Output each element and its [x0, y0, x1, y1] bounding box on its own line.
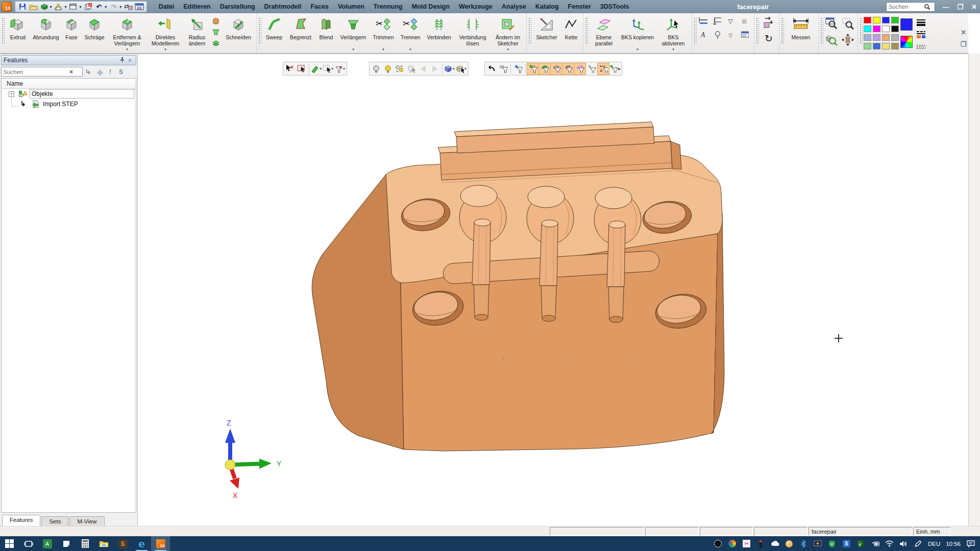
levels-tray-icon[interactable]	[756, 539, 765, 548]
edge-button[interactable]: e	[132, 536, 151, 551]
abrundung-button[interactable]: Abrundung	[30, 14, 62, 52]
tab-m-view[interactable]: M-View	[69, 516, 104, 526]
pan-icon[interactable]	[841, 33, 855, 47]
frame-dimension-icon[interactable]	[712, 16, 722, 27]
menu-editieren[interactable]: Editieren	[179, 0, 215, 13]
current-color-swatch[interactable]	[900, 18, 913, 31]
menu-katalog[interactable]: Katalog	[531, 0, 564, 13]
menu-datei[interactable]: Datei	[154, 0, 179, 13]
swatch-pastel-green[interactable]	[864, 43, 871, 49]
group-drag-handle[interactable]	[860, 17, 863, 44]
menu-faces[interactable]: Faces	[306, 0, 333, 13]
layers-tool-icon[interactable]	[211, 38, 221, 48]
new-assembly-dropdown-icon[interactable]: ▼	[64, 5, 67, 9]
undo-icon[interactable]: ↶	[94, 2, 104, 11]
paste-delete-icon[interactable]: x	[84, 2, 93, 11]
color-picker-swatch[interactable]	[900, 36, 913, 48]
new-part-dropdown-icon[interactable]: ▼	[49, 5, 53, 9]
delete-dimension-icon[interactable]: ⊠	[739, 16, 749, 27]
sketcher-button[interactable]: Sketcher	[532, 14, 561, 52]
swatch-yellow[interactable]	[873, 17, 880, 23]
sticky-notes-button[interactable]	[57, 536, 76, 551]
tree-row-objekte[interactable]: + Objekte	[2, 89, 136, 99]
swatch-blue[interactable]	[882, 17, 890, 23]
swatch-white[interactable]	[882, 26, 890, 32]
start-button[interactable]	[0, 536, 19, 551]
features-panel-header[interactable]: Features ×	[1, 55, 136, 65]
bks-aktivieren-button[interactable]: BKS aktivieren	[656, 14, 690, 52]
line-style-list-icon[interactable]	[916, 30, 926, 40]
doc-close-icon[interactable]: ✕	[961, 29, 966, 36]
display-capture-tray-icon[interactable]	[814, 539, 822, 548]
antivirus-tray-icon[interactable]: V	[828, 539, 837, 548]
swatch-magenta[interactable]	[873, 26, 880, 32]
clock[interactable]: 10:56	[946, 541, 961, 547]
new-assembly-icon[interactable]	[54, 2, 63, 11]
filter-chevrons-icon[interactable]	[95, 67, 104, 77]
undo-dropdown-icon[interactable]: ▼	[104, 5, 108, 9]
open-icon[interactable]	[29, 2, 38, 11]
cad-model[interactable]	[312, 122, 724, 451]
bluetooth-tray-icon[interactable]	[799, 539, 808, 548]
line-width-icon[interactable]	[916, 17, 926, 28]
minimize-button[interactable]: —	[942, 3, 949, 11]
menu-3dstools[interactable]: 3DSTools	[596, 0, 634, 13]
action-center-icon[interactable]	[966, 539, 975, 548]
verlaengern-button[interactable]: Verlängern	[337, 14, 370, 52]
translator-app-button[interactable]: A	[38, 536, 57, 551]
direktes-modellieren-button[interactable]: Direktes Modellieren	[146, 14, 184, 52]
swatch-cyan[interactable]	[864, 26, 871, 32]
titlebar-search-input[interactable]	[888, 4, 924, 10]
schraege-button[interactable]: Schräge	[81, 14, 108, 52]
file-explorer-button[interactable]	[94, 536, 113, 551]
verbinden-button[interactable]: Verbinden	[424, 14, 454, 52]
replace-part-icon[interactable]	[762, 16, 776, 30]
calculator-button[interactable]	[76, 536, 94, 551]
group-drag-handle[interactable]	[756, 17, 759, 44]
tree-row-import-step[interactable]: Import STEP	[2, 99, 136, 109]
radius-aendern-button[interactable]: Radius ändern	[184, 14, 210, 52]
bks-kopieren-button[interactable]: BKS kopieren	[619, 14, 656, 52]
taper-tool-icon[interactable]	[211, 27, 221, 37]
tree-item-label[interactable]: Import STEP	[43, 101, 78, 108]
app-icon[interactable]: 13	[2, 2, 12, 12]
swatch-black[interactable]	[891, 26, 899, 32]
tab-features[interactable]: Features	[2, 515, 40, 526]
sweep-button[interactable]: Sweep	[262, 14, 286, 52]
onedrive-tray-icon[interactable]	[771, 539, 779, 548]
features-search-box[interactable]: ×	[1, 67, 83, 77]
swatch-pale-yellow[interactable]	[882, 43, 890, 49]
save-icon[interactable]	[18, 2, 27, 11]
cad-app-button[interactable]: 13	[151, 536, 170, 551]
goto-icon[interactable]	[84, 67, 93, 77]
language-indicator[interactable]: DEU	[928, 541, 940, 547]
zoom-fit-icon[interactable]	[824, 33, 839, 47]
viewport-3d[interactable]: ✕ ▼ ▼ ✕▼ ▼ ▼ A ▶	[137, 54, 968, 526]
snip-tray-icon[interactable]: ✂	[742, 539, 751, 548]
hidden-line-icon[interactable]	[916, 42, 926, 52]
kette-button[interactable]: Kette	[561, 14, 581, 52]
datum-target-icon[interactable]: ▽	[725, 30, 736, 40]
group-drag-handle[interactable]	[528, 17, 531, 44]
group-drag-handle[interactable]	[258, 17, 261, 44]
features-search-input[interactable]	[3, 69, 69, 75]
group-drag-handle[interactable]	[820, 17, 823, 44]
new-window-dropdown-icon[interactable]: ▼	[79, 5, 82, 9]
linear-dimension-icon[interactable]	[698, 16, 708, 27]
trimmen-button[interactable]: ✂ Trimmen	[370, 14, 397, 52]
update-tray-icon[interactable]	[785, 539, 794, 548]
group-drag-handle[interactable]	[694, 17, 697, 44]
volume-tray-icon[interactable]	[899, 539, 908, 548]
aendern-im-sketcher-button[interactable]: Ändern im Sketcher	[491, 14, 525, 52]
tree-item-label[interactable]: Objekte	[30, 89, 134, 98]
group-drag-handle[interactable]	[781, 17, 784, 44]
menu-volumen[interactable]: Volumen	[333, 0, 369, 13]
pen-tray-icon[interactable]	[914, 539, 922, 548]
text-annotation-icon[interactable]: A	[698, 30, 708, 40]
menu-drahtmodell[interactable]: Drahtmodell	[260, 0, 306, 13]
swatch-pastel-orange[interactable]	[882, 34, 890, 41]
blend-button[interactable]: Blend	[315, 14, 337, 52]
zoom-window-icon[interactable]	[824, 16, 839, 31]
fase-button[interactable]: Fase	[62, 14, 81, 52]
verbindung-loesen-button[interactable]: Verbindung lösen	[454, 14, 491, 52]
